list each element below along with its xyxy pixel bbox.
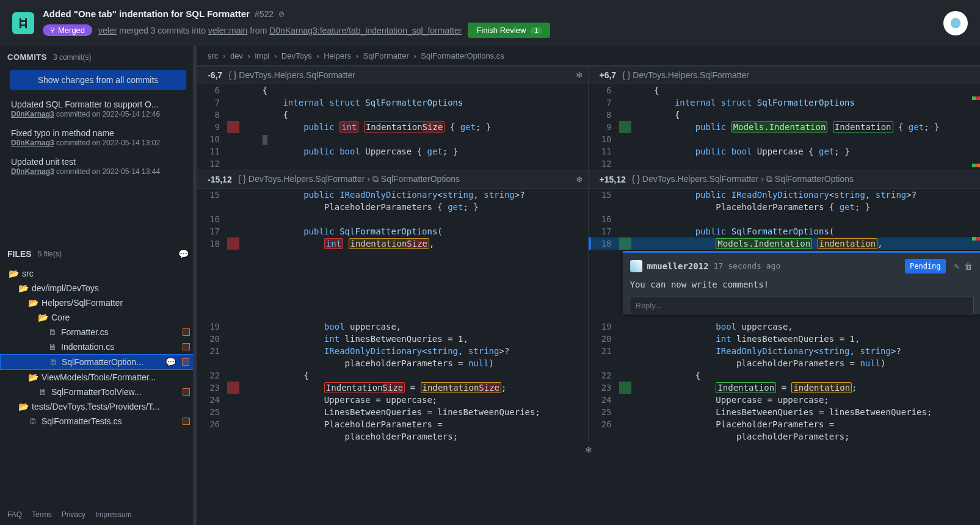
diff-viewer[interactable]: -6,7 { } DevToys.Helpers.SqlFormatter ❄ …	[197, 66, 980, 525]
header-main: Added "One tab" indentation for SQL Form…	[43, 9, 935, 38]
comment-thread: mmueller2012 17 seconds ago Pending ✎🗑 Y…	[623, 251, 981, 314]
breadcrumb-segment[interactable]: dev	[230, 51, 243, 60]
merge-icon	[50, 26, 55, 35]
diff-right-pane[interactable]: 6 { 7 internal struct SqlFormatterOption…	[589, 84, 981, 170]
commit-item[interactable]: Updated unit testD0nKarnag3 committed on…	[0, 153, 196, 182]
pr-title: Added "One tab" indentation for SQL Form…	[43, 9, 250, 19]
footer-link[interactable]: Privacy	[62, 510, 85, 519]
edit-icon[interactable]: ✎	[954, 260, 959, 272]
breadcrumb-segment[interactable]: SqlFormatter	[363, 51, 409, 60]
reply-input[interactable]	[629, 297, 975, 314]
breadcrumb-segment[interactable]: src	[208, 51, 218, 60]
author-link[interactable]: veler	[98, 26, 117, 35]
tree-row[interactable]: 📂Helpers/SqlFormatter	[0, 295, 196, 310]
app-logo	[12, 12, 34, 34]
minimap[interactable]	[971, 66, 980, 525]
tree-row[interactable]: 🗎Formatter.cs	[0, 325, 196, 339]
pr-number: #522	[255, 9, 274, 19]
hunk2-header-left: -15,12 { } DevToys.Helpers.SqlFormatter …	[197, 170, 589, 188]
pending-badge: Pending	[905, 259, 946, 273]
commit-item[interactable]: Updated SQL Formatter to support O...D0n…	[0, 96, 196, 125]
tree-row[interactable]: 📂dev/impl/DevToys	[0, 281, 196, 295]
tree-row[interactable]: 🗎Indentation.cs	[0, 339, 196, 354]
tree-row[interactable]: 📂src	[0, 266, 196, 281]
commits-header: COMMITS 3 commit(s)	[0, 46, 196, 68]
diff-left-pane[interactable]: 6 { 7 internal struct SqlFormatterOption…	[197, 84, 589, 170]
hunk2-header-right: +15,12 { } DevToys.Helpers.SqlFormatter …	[589, 170, 981, 188]
comments-toggle-icon[interactable]: 💬	[178, 249, 189, 259]
breadcrumb-segment[interactable]: Helpers	[324, 51, 351, 60]
tree-row[interactable]: 📂tests/DevToys.Tests/Providers/T...	[0, 399, 196, 414]
comment-body: You can now write comments!	[623, 276, 981, 297]
breadcrumb-segment[interactable]: impl	[255, 51, 269, 60]
files-header: FILES 5 file(s) 💬	[0, 243, 196, 265]
fold-icon[interactable]: ❄	[576, 175, 583, 184]
header: Added "One tab" indentation for SQL Form…	[0, 0, 980, 46]
tree-row[interactable]: 🗎SqlFormatterTests.cs	[0, 414, 196, 429]
hunk-header-left: -6,7 { } DevToys.Helpers.SqlFormatter ❄	[197, 67, 589, 84]
footer-links: FAQTermsPrivacyImpressum	[0, 504, 196, 525]
finish-review-button[interactable]: Finish Review1	[468, 23, 550, 38]
comment-author[interactable]: mmueller2012	[647, 260, 709, 272]
merged-badge: Merged	[43, 24, 92, 36]
breadcrumb-segment[interactable]: SqlFormatterOptions.cs	[421, 51, 504, 60]
commenter-avatar	[630, 260, 642, 272]
merge-description: veler merged 3 commits into veler:main f…	[98, 26, 462, 35]
tree-row[interactable]: 📂ViewModels/Tools/Formatter...	[0, 370, 196, 385]
lock-icon: ⊘	[278, 10, 285, 18]
commit-item[interactable]: Fixed typo in method nameD0nKarnag3 comm…	[0, 125, 196, 153]
source-ref[interactable]: D0nKarnag3:feature/tab_indentation_sql_f…	[269, 26, 462, 35]
tree-row[interactable]: 📂Core	[0, 310, 196, 325]
show-all-commits-button[interactable]: Show changes from all commits	[10, 70, 186, 90]
main-content: src › dev › impl › DevToys › Helpers › S…	[197, 46, 980, 525]
breadcrumb: src › dev › impl › DevToys › Helpers › S…	[197, 46, 980, 66]
user-avatar[interactable]	[943, 11, 968, 35]
footer-link[interactable]: Impressum	[95, 510, 131, 519]
footer-link[interactable]: Terms	[32, 510, 52, 519]
sidebar: COMMITS 3 commit(s) Show changes from al…	[0, 46, 197, 525]
comment-time: 17 seconds ago	[714, 260, 781, 272]
fold-icon[interactable]: ❄	[576, 70, 583, 80]
target-ref[interactable]: veler:main	[208, 26, 248, 35]
fold-icon[interactable]: ❄	[197, 443, 980, 457]
resize-handle[interactable]	[193, 46, 197, 525]
breadcrumb-segment[interactable]: DevToys	[281, 51, 312, 60]
footer-link[interactable]: FAQ	[7, 510, 22, 519]
hunk-header-right: +6,7 { } DevToys.Helpers.SqlFormatter	[589, 67, 981, 84]
tree-row[interactable]: 🗎SqlFormatterOption...💬	[0, 354, 196, 370]
tree-row[interactable]: 🗎SqlFormatterToolView...	[0, 385, 196, 399]
